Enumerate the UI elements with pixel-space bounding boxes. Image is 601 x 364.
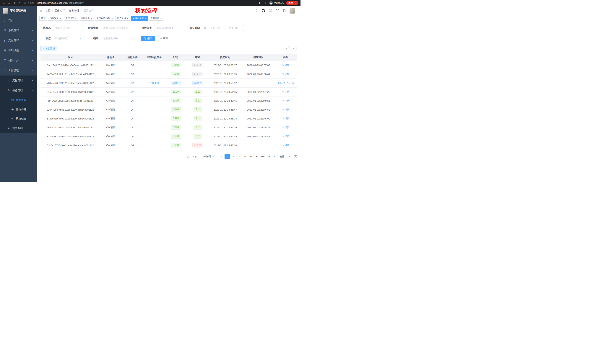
- task-link[interactable]: 一级审批: [149, 81, 159, 84]
- page-button-4[interactable]: 4: [242, 154, 248, 159]
- process-definition-input[interactable]: [101, 25, 136, 31]
- breadcrumb-item-workflow[interactable]: 工作流程: [54, 9, 65, 12]
- sidebar-item-system-management[interactable]: ⚙系统管理▾: [0, 25, 37, 35]
- detail-link[interactable]: ✎详情: [282, 117, 289, 120]
- detail-link[interactable]: ✎详情: [287, 81, 294, 85]
- password-key-icon[interactable]: [259, 1, 262, 4]
- page-button-1[interactable]: 1: [225, 154, 230, 159]
- detail-link[interactable]: ✎详情: [282, 99, 289, 102]
- breadcrumb-item-home[interactable]: 首页: [45, 9, 50, 12]
- create-process-button[interactable]: 发起流程: [40, 46, 57, 51]
- sidebar-item-my-process[interactable]: ✉我的流程: [0, 96, 37, 105]
- bookmark-star-icon[interactable]: [264, 1, 267, 5]
- table-body: 3ad174fb-7b9d-11ec-8404-acde48001122OA 请…: [40, 61, 297, 150]
- cell-submit-time: 2022-01-22 23:49:46: [208, 96, 242, 105]
- detail-link[interactable]: ✎详情: [282, 135, 289, 138]
- process-name-input[interactable]: [53, 25, 83, 31]
- goto-page-input[interactable]: [286, 154, 293, 159]
- close-icon[interactable]: ×: [75, 17, 77, 19]
- next-page-button[interactable]: [272, 154, 277, 159]
- tab-5[interactable]: 用户分组×: [115, 16, 130, 21]
- chevron-down-icon: [80, 38, 81, 39]
- close-icon[interactable]: ×: [60, 17, 61, 19]
- result-badge: 通过: [193, 125, 202, 130]
- logo-image: [3, 8, 8, 14]
- submit-time-range-picker[interactable]: 开始日期 - 结束日期: [202, 25, 244, 31]
- sidebar-item-todo-tasks[interactable]: ◉待办任务: [0, 105, 37, 114]
- sidebar-item-infrastructure[interactable]: ▤基础设施▾: [0, 46, 37, 56]
- tab-7[interactable]: 发起流程×: [149, 16, 164, 21]
- close-icon[interactable]: ×: [127, 17, 128, 19]
- breadcrumb-item-task-management[interactable]: 任务管理: [69, 9, 79, 12]
- filter-result: 结果 请选择流结果: [87, 36, 136, 41]
- page-button-5[interactable]: 5: [248, 154, 253, 159]
- browser-update-button[interactable]: 更新: [286, 1, 298, 5]
- detail-link[interactable]: ✎详情: [282, 108, 289, 111]
- browser-forward-icon[interactable]: [8, 1, 10, 4]
- page-button-6[interactable]: 6: [254, 154, 260, 159]
- fullscreen-icon[interactable]: [276, 9, 279, 12]
- chevron-down-icon[interactable]: [297, 11, 298, 14]
- process-category-select[interactable]: 请选择流程分类: [154, 25, 184, 31]
- browser-reload-icon[interactable]: [13, 1, 16, 4]
- sidebar-item-done-tasks[interactable]: ✂已办任务: [0, 114, 37, 123]
- page-size-select[interactable]: 10条/页: [200, 154, 217, 159]
- user-avatar[interactable]: [290, 8, 295, 14]
- sidebar-item-workflow[interactable]: ◫工作流程▴: [0, 66, 37, 76]
- sidebar-item-dev-tools[interactable]: ⚒研发工具▾: [0, 56, 37, 66]
- refresh-table-button[interactable]: [291, 46, 297, 51]
- toggle-search-button[interactable]: [285, 46, 290, 51]
- hamburger-icon[interactable]: [40, 9, 42, 13]
- close-icon[interactable]: ×: [91, 17, 92, 19]
- font-size-icon[interactable]: [283, 9, 286, 12]
- submit-time-label: 提交时间: [189, 26, 200, 30]
- chevron-down-icon: ▾: [32, 29, 33, 31]
- sidebar-item-payment-management[interactable]: ¥支付管理▾: [0, 35, 37, 46]
- cell-end-time: 2022-01-22 23:49:51: [242, 96, 275, 105]
- cancel-link[interactable]: ⊘取消: [278, 81, 285, 85]
- close-icon[interactable]: ×: [160, 17, 162, 19]
- cell-result: 通过: [187, 123, 208, 132]
- search-button[interactable]: 搜索: [141, 36, 155, 41]
- search-icon: [286, 48, 289, 50]
- search-button-label: 搜索: [148, 37, 152, 40]
- sidebar-item-leave-query[interactable]: ♟请假查询: [0, 123, 37, 133]
- result-select[interactable]: 请选择流结果: [101, 36, 136, 41]
- chevron-down-icon: ▾: [32, 59, 33, 61]
- app-logo[interactable]: 芋道管理系统: [0, 6, 37, 15]
- tab-1[interactable]: 流程定义×: [48, 16, 63, 21]
- close-icon[interactable]: ×: [111, 17, 113, 19]
- detail-link[interactable]: ✎详情: [282, 144, 289, 147]
- detail-link[interactable]: ✎详情: [282, 73, 289, 76]
- cell-end-time: 2022-01-22 23:51:20: [242, 87, 275, 96]
- sidebar-item-home[interactable]: ⌂首页: [0, 15, 37, 25]
- browser-back-icon[interactable]: [2, 1, 5, 4]
- browser-home-icon[interactable]: [19, 1, 20, 4]
- detail-link[interactable]: ✎详情: [282, 90, 289, 94]
- date-range-separator: -: [224, 27, 225, 29]
- help-icon[interactable]: [269, 9, 272, 12]
- page-button-11[interactable]: 11: [266, 154, 271, 159]
- tab-3[interactable]: 流程表单×: [79, 16, 94, 21]
- tab-4[interactable]: 流程表单-编辑×: [95, 16, 115, 21]
- reset-button[interactable]: 重置: [157, 36, 171, 41]
- sidebar-item-task-management[interactable]: ⚐任务管理▴: [0, 86, 37, 96]
- page-button-3[interactable]: 3: [236, 154, 242, 159]
- detail-link[interactable]: ✎详情: [282, 64, 289, 67]
- sidebar-item-process-management[interactable]: ≡流程管理▾: [0, 76, 37, 86]
- status-select[interactable]: 请选择状态: [53, 36, 83, 41]
- search-icon[interactable]: [255, 9, 258, 12]
- github-icon[interactable]: [262, 9, 265, 12]
- address-bar[interactable]: 不安全 dashboard.yudao.iocoder.cn/bpm/task/…: [24, 1, 256, 4]
- breadcrumb-separator: /: [52, 9, 53, 12]
- more-pages-button[interactable]: •••: [260, 154, 265, 159]
- tab-6[interactable]: 我的流程×: [131, 16, 148, 21]
- tab-2[interactable]: 流程模型×: [64, 16, 78, 21]
- page-button-2[interactable]: 2: [230, 154, 236, 159]
- prev-page-button[interactable]: [219, 154, 224, 159]
- close-icon[interactable]: ×: [145, 17, 146, 19]
- detail-link[interactable]: ✎详情: [282, 126, 289, 129]
- filter-row-1: 流程名 所属流程 流程分类 请选择流程分类 提交时间: [40, 25, 297, 31]
- tab-0[interactable]: 首页: [39, 16, 47, 21]
- browser-menu-icon[interactable]: [294, 1, 297, 4]
